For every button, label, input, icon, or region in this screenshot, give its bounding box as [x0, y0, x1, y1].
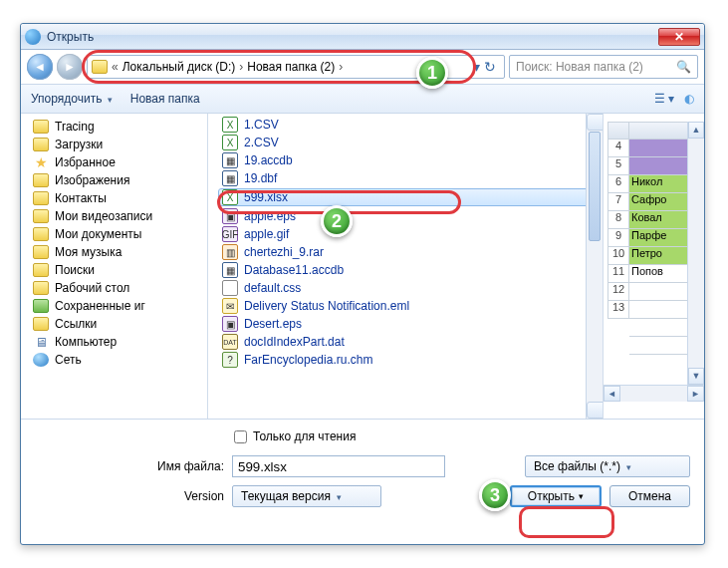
tree-item[interactable]: ★Избранное — [33, 153, 207, 171]
file-icon: ▦ — [222, 262, 238, 278]
tree-item[interactable]: 🖥Компьютер — [33, 333, 207, 351]
vscrollbar[interactable]: ▲ ▼ — [586, 114, 603, 419]
annotation-badge-3: 3 — [479, 479, 511, 511]
file-icon: GIF — [222, 226, 238, 242]
file-name: 2.CSV — [244, 136, 279, 149]
close-button[interactable]: ✕ — [658, 28, 700, 46]
tree-item[interactable]: Моя музыка — [33, 243, 207, 261]
refresh-dropdown-icon[interactable]: ▾ ↻ — [469, 59, 500, 75]
file-icon: X — [222, 189, 238, 205]
file-name: 19.accdb — [244, 153, 293, 167]
row-header: 9 — [607, 229, 629, 247]
file-name: Database11.accdb — [244, 263, 344, 277]
tree-item[interactable]: Контакты — [33, 189, 207, 207]
file-name: docIdIndexPart.dat — [244, 335, 345, 349]
preview-vscrollbar[interactable]: ▲▼ — [687, 122, 704, 385]
foldericon-icon — [33, 227, 49, 241]
version-combo[interactable]: Текущая версия — [232, 485, 381, 507]
foldericon-icon — [33, 191, 49, 205]
file-item[interactable]: X1.CSV — [208, 116, 603, 134]
preview-hscrollbar[interactable]: ◄► — [604, 385, 704, 402]
file-name: apple.gif — [244, 227, 289, 241]
foldericon-icon — [33, 120, 49, 134]
tree-item[interactable]: Мои документы — [33, 225, 207, 243]
file-icon: ▣ — [222, 316, 238, 332]
tree-item-label: Компьютер — [55, 335, 117, 349]
bottom-panel: Только для чтения Имя файла: Все файлы (… — [21, 420, 704, 517]
cancel-button[interactable]: Отмена — [609, 485, 690, 507]
file-item[interactable]: ▦19.accdb — [208, 151, 603, 169]
filename-input[interactable] — [232, 455, 445, 477]
file-item[interactable]: ▣Desert.eps — [208, 315, 603, 333]
open-button[interactable]: Открыть ▾ — [510, 485, 602, 507]
file-item[interactable]: ✉Delivery Status Notification.eml — [208, 297, 603, 315]
filename-label: Имя файла: — [35, 459, 224, 473]
titlebar[interactable]: Открыть ✕ — [21, 24, 704, 50]
nav-row: ◄ ► « Локальный диск (D:) Новая папка (2… — [21, 50, 704, 84]
search-input[interactable]: Поиск: Новая папка (2) 🔍 — [509, 55, 698, 79]
tree-item[interactable]: Сеть — [33, 351, 207, 369]
help-button[interactable]: ◐ — [684, 92, 694, 106]
filter-label: Все файлы (*.*) — [534, 459, 620, 473]
file-item[interactable]: GIFapple.gif — [208, 225, 603, 243]
nav-back-button[interactable]: ◄ — [27, 54, 53, 80]
row-header: 11 — [607, 265, 629, 283]
tree-item[interactable]: Загрузки — [33, 136, 207, 153]
file-item[interactable]: X599.xlsx — [218, 188, 591, 206]
breadcrumb-prefix: « — [112, 60, 119, 74]
tree-item[interactable]: Рабочий стол — [33, 279, 207, 297]
file-item[interactable]: ▣apple.eps — [208, 207, 603, 225]
file-icon: X — [222, 117, 238, 133]
file-icon: ? — [222, 352, 238, 368]
file-icon: DAT — [222, 334, 238, 350]
view-mode-button[interactable]: ☰ ▾ — [654, 92, 674, 106]
neticon-icon — [33, 353, 49, 367]
file-item[interactable]: default.css — [208, 279, 603, 297]
row-header: 7 — [607, 193, 629, 211]
scroll-up-button[interactable]: ▲ — [587, 114, 603, 131]
row-header: 8 — [607, 211, 629, 229]
file-list[interactable]: X1.CSVX2.CSV▦19.accdb▦19.dbfX599.xlsx▣ap… — [208, 114, 603, 419]
tree-item-label: Изображения — [55, 173, 129, 187]
tree-item[interactable]: Сохраненные иг — [33, 297, 207, 315]
tree-item[interactable]: Tracing — [33, 118, 207, 136]
version-value: Текущая версия — [241, 489, 331, 503]
file-item[interactable]: DATdocIdIndexPart.dat — [208, 333, 603, 351]
file-icon: ▣ — [222, 208, 238, 224]
file-name: 19.dbf — [244, 171, 277, 185]
file-item[interactable]: ▥chertezhi_9.rar — [208, 243, 603, 261]
tree-item[interactable]: Изображения — [33, 171, 207, 189]
app-icon — [25, 29, 41, 45]
file-item[interactable]: ▦Database11.accdb — [208, 261, 603, 279]
tree-item[interactable]: Поиски — [33, 261, 207, 279]
file-item[interactable]: ▦19.dbf — [208, 169, 603, 187]
tree-item-label: Моя музыка — [55, 245, 121, 259]
row-header: 13 — [607, 301, 629, 319]
nav-forward-button[interactable]: ► — [57, 54, 83, 80]
file-icon: ▦ — [222, 170, 238, 186]
foldericon-icon — [33, 138, 49, 151]
readonly-checkbox[interactable] — [234, 430, 247, 443]
breadcrumb-part-1[interactable]: Локальный диск (D:) — [122, 60, 236, 74]
tree-item[interactable]: Ссылки — [33, 315, 207, 333]
window-title: Открыть — [47, 30, 94, 44]
file-item[interactable]: X2.CSV — [208, 134, 603, 151]
file-icon: X — [222, 135, 238, 150]
tree-item-label: Сеть — [55, 353, 82, 367]
file-name: FarEncyclopedia.ru.chm — [244, 353, 372, 367]
filter-combo[interactable]: Все файлы (*.*) — [525, 455, 690, 477]
new-folder-button[interactable]: Новая папка — [130, 92, 200, 106]
file-item[interactable]: ?FarEncyclopedia.ru.chm — [208, 351, 603, 369]
file-name: 1.CSV — [244, 118, 279, 132]
tree-item-label: Мои документы — [55, 227, 141, 241]
staricon-icon: ★ — [33, 155, 49, 169]
scroll-down-button[interactable]: ▼ — [587, 402, 603, 419]
file-icon: ▦ — [222, 152, 238, 168]
preview-pane: 45678910111213 НиколСафроКовалПарфеПетро… — [603, 114, 704, 419]
breadcrumb-part-2[interactable]: Новая папка (2) — [247, 60, 335, 74]
organize-menu[interactable]: Упорядочить — [31, 92, 113, 106]
scroll-thumb[interactable] — [589, 132, 601, 241]
folder-tree[interactable]: TracingЗагрузки★ИзбранноеИзображенияКонт… — [21, 114, 208, 419]
tree-item[interactable]: Мои видеозаписи — [33, 207, 207, 225]
foldericon-icon — [33, 317, 49, 331]
